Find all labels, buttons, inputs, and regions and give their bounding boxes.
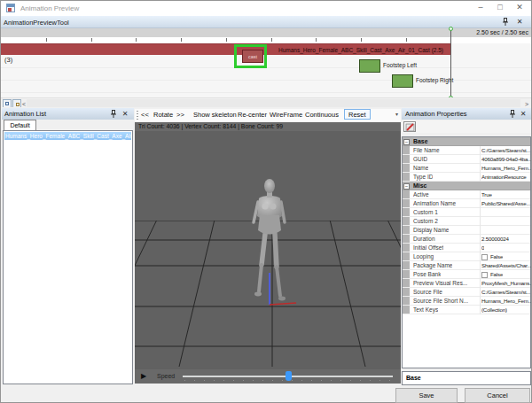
property-row-package-name[interactable]: Package NameShared/Assets/Char... [403,261,530,270]
toolbar-button-wireframe[interactable]: WireFrame [270,110,302,120]
property-value[interactable]: C:/Games/Steam/st... [481,288,530,297]
maximize-button[interactable]: □ [490,1,510,15]
property-row-custom-2[interactable]: Custom 2 [403,217,530,226]
animation-properties-pin-icon[interactable] [508,110,517,119]
property-value[interactable]: 2.50000024 [481,235,509,244]
property-row-pose-bank[interactable]: Pose BankFalse [403,270,530,279]
property-value[interactable]: Humans_Hero_Fem... [481,164,531,173]
timeline-track-label: Humans_Hero_Female_ABC_Skill_Cast_Axe_Ai… [278,47,443,53]
toolbar-button-[interactable]: << [141,110,149,120]
property-category-base[interactable]: −Base [403,137,530,146]
animation-properties-close-icon[interactable]: ✕ [519,110,528,119]
property-row-display-name[interactable]: Display Name [403,226,530,235]
checkbox[interactable] [481,254,488,260]
property-row-source-file-short-n---[interactable]: Source File Short N...Humans_Hero_Fem... [403,297,530,306]
property-description-box: Base [402,371,531,385]
property-value[interactable]: AnimationResource [481,173,527,182]
toolbar-button-[interactable]: >> [176,110,184,120]
toolbar-grip[interactable] [137,111,138,120]
viewport-speed-bar: ▶ Speed [135,369,401,384]
property-row-duration[interactable]: Duration2.50000024 [403,235,530,244]
property-row-source-file[interactable]: Source FileC:/Games/Steam/st... [403,288,530,297]
dock-close-icon[interactable]: ✕ [515,18,524,27]
speed-tick [360,380,361,381]
ruler-tick [361,38,362,42]
timeline-playhead[interactable] [450,28,451,98]
viewport-3d[interactable] [135,131,401,369]
animation-list-close-icon[interactable]: ✕ [121,110,129,119]
property-label: Package Name [413,261,452,270]
toolbar-button-reset[interactable]: Reset [344,109,371,120]
minimize-button[interactable]: – [471,1,490,15]
property-row-text-keys[interactable]: Text Keys(Collection) [403,306,530,314]
speed-tick [184,380,185,381]
dock-pin-icon[interactable] [501,18,510,27]
property-value[interactable]: C:/Games/Steam/st... [481,146,530,155]
property-row-file-name[interactable]: File NameC:/Games/Steam/st... [403,146,530,155]
property-row-active[interactable]: ActiveTrue [403,190,530,199]
ruler-tick [46,38,47,42]
property-value[interactable]: 0 [481,244,484,252]
property-row-type-id[interactable]: Type IDAnimationResource [403,173,530,182]
speed-tick [370,380,371,381]
property-value[interactable]: Shared/Assets/Char... [481,261,531,270]
property-value[interactable]: Public/Shared/Asse... [481,199,530,208]
ruler-tick [226,38,227,42]
property-row-custom-1[interactable]: Custom 1 [403,208,530,217]
event-cast[interactable]: cast [242,50,263,63]
checkbox[interactable] [481,272,488,278]
property-row-initial-offset[interactable]: Initial Offset0 [403,244,530,252]
save-button[interactable]: Save [395,388,458,403]
speed-tick [214,380,215,381]
property-row-guid[interactable]: GUID4060a899-04a0-4ba... [403,155,530,164]
event-footstep-left[interactable] [359,59,380,73]
speed-tick [311,380,312,381]
property-label: Custom 1 [413,208,438,217]
property-label: Duration [413,235,435,244]
property-label: Source File Short N... [413,297,468,306]
timeline-ruler[interactable] [1,37,531,43]
lower-area: Animation List ✕ Default Humans_Hero_Fem… [1,107,531,402]
speed-tick [331,380,332,381]
property-value[interactable]: 4060a899-04a0-4ba... [481,155,531,164]
properties-edit-icon[interactable] [403,121,416,132]
timeline: 2.50 sec / 2.50 sec Humans_Hero_Female_A… [1,28,531,107]
animation-list-title: Animation List [4,110,46,118]
property-value[interactable]: False [490,270,503,279]
property-category-misc[interactable]: −Misc [403,182,530,190]
property-value[interactable]: Humans_Hero_Fem... [481,297,531,306]
property-value[interactable]: ProxyMesh_Humans... [481,279,531,288]
event-footstep-right-label: Footstep Right [416,77,453,83]
property-label: Pose Bank [413,270,441,279]
speed-slider-thumb[interactable] [286,371,292,381]
animation-list-pin-icon[interactable] [109,110,118,119]
ruler-tick [406,38,407,42]
speed-tick [340,380,341,381]
toolbar-button-rotate[interactable]: Rotate [153,110,173,120]
play-icon[interactable]: ▶ [141,372,146,381]
animation-list-item-selected[interactable]: Humans_Hero_Female_ABC_Skill_Cast_Axe_Ai… [4,132,131,140]
property-value[interactable]: True [481,190,492,199]
toolbar-button-recenter[interactable]: Re-center [238,110,267,120]
property-row-name[interactable]: NameHumans_Hero_Fem... [403,164,530,173]
playhead-top-marker[interactable] [449,27,453,31]
property-row-preview-visual-res---[interactable]: Preview Visual Res...ProxyMesh_Humans... [403,279,530,288]
tab-default[interactable]: Default [4,120,36,130]
toolbar-button-showskeleton[interactable]: Show skeleton [193,110,237,120]
toolbar-overflow-icon[interactable]: ▾ [395,111,398,117]
speed-tick [292,380,293,381]
close-button[interactable]: ✕ [510,1,529,15]
timeline-scroll-track[interactable] [27,99,520,107]
property-value[interactable]: False [490,252,503,261]
property-value[interactable]: (Collection) [481,306,507,314]
collapse-icon[interactable]: − [403,183,410,190]
property-label: Active [413,190,429,199]
collapse-icon[interactable]: − [403,139,410,145]
toolbar-button-continuous[interactable]: Continuous [305,110,339,120]
property-row-looping[interactable]: LoopingFalse [403,252,530,261]
cancel-button[interactable]: Cancel [465,388,530,403]
timeline-track-bar[interactable]: Humans_Hero_Female_ABC_Skill_Cast_Axe_Ai… [1,43,450,55]
event-footstep-right[interactable] [392,74,413,88]
property-row-animation-name[interactable]: Animation NamePublic/Shared/Asse... [403,199,530,208]
speed-tick [282,380,283,381]
